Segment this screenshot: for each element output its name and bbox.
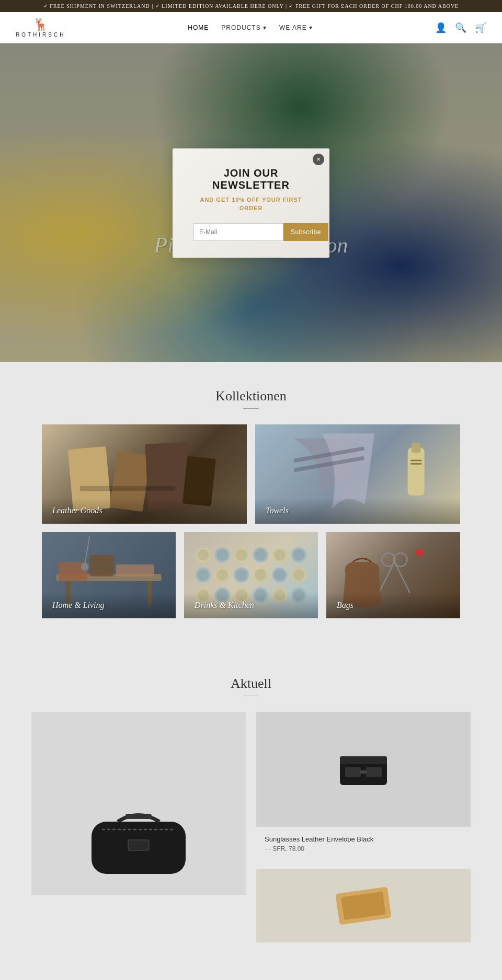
svg-rect-67 [366, 767, 382, 777]
newsletter-form: Subscribe [193, 223, 309, 241]
collections-section: Kollektionen Leather Goods [0, 362, 502, 650]
newsletter-overlay: × JOIN OUR NEWSLETTER AND GET 10% OFF YO… [0, 43, 502, 362]
collections-title: Kollektionen [42, 388, 460, 404]
towels-label: Towels [255, 498, 460, 524]
aktuell-grid: Sunglasses Leather Envelope Black — SFR.… [31, 712, 471, 942]
svg-point-26 [255, 549, 266, 561]
svg-rect-9 [410, 460, 421, 462]
svg-rect-16 [116, 564, 154, 577]
svg-point-28 [274, 549, 286, 561]
nav-home[interactable]: HOME [188, 24, 209, 31]
aktuell-wood-product[interactable] [256, 869, 471, 942]
top-banner: ✓ FREE SHIPMENT IN SWITZERLAND | ✓ LIMIT… [0, 0, 502, 12]
svg-rect-7 [408, 448, 425, 495]
chevron-down-icon: ▾ [309, 24, 313, 31]
svg-point-42 [293, 569, 304, 581]
svg-line-57 [395, 562, 410, 593]
home-living-label: Home & Living [42, 592, 176, 618]
collections-bottom-row: Home & Living [42, 532, 460, 618]
svg-rect-4 [80, 486, 175, 491]
svg-point-20 [198, 549, 209, 561]
svg-point-30 [293, 549, 304, 561]
search-icon[interactable]: 🔍 [455, 22, 466, 33]
newsletter-title: JOIN OUR NEWSLETTER [193, 167, 309, 191]
aktuell-section: Aktuell [0, 650, 502, 974]
sunglasses-info: Sunglasses Leather Envelope Black — SFR.… [256, 827, 471, 861]
sunglasses-name: Sunglasses Leather Envelope Black [265, 835, 462, 843]
email-input[interactable] [193, 223, 283, 241]
svg-rect-68 [360, 770, 367, 774]
nav-we-are[interactable]: WE ARE ▾ [279, 24, 313, 31]
logo[interactable]: 🦌 ROTHIRSCH [16, 17, 65, 38]
svg-rect-66 [345, 767, 361, 777]
header: 🦌 ROTHIRSCH HOME PRODUCTS ▾ WE ARE ▾ 👤 🔍… [0, 12, 502, 43]
large-bag-svg [81, 801, 196, 879]
leather-goods-label: Leather Goods [42, 498, 247, 524]
svg-point-40 [274, 569, 286, 581]
nav-we-are-label: WE ARE [279, 24, 307, 31]
collections-top-row: Leather Goods Towels [42, 424, 460, 524]
svg-rect-62 [126, 814, 152, 819]
user-icon[interactable]: 👤 [435, 22, 447, 33]
collection-home-living[interactable]: Home & Living [42, 532, 176, 618]
newsletter-subtitle: AND GET 10% OFF YOUR FIRST ORDER [193, 195, 309, 213]
collection-towels[interactable]: Towels [255, 424, 460, 524]
sunglasses-price: — SFR. 78.00 [265, 845, 462, 852]
hero-section: Pin... Collection ...ion × JOIN OUR NEWS… [0, 43, 502, 362]
svg-point-59 [416, 549, 424, 557]
drinks-kitchen-label: Drinks & Kitchen [184, 592, 318, 618]
svg-rect-65 [340, 756, 387, 764]
aktuell-divider [243, 696, 259, 696]
nav-products[interactable]: PRODUCTS ▾ [221, 24, 267, 31]
title-divider [243, 408, 259, 409]
svg-point-36 [236, 569, 247, 581]
svg-rect-10 [410, 463, 421, 465]
aktuell-title: Aktuell [31, 676, 471, 691]
logo-text: ROTHIRSCH [16, 32, 65, 38]
sunglasses-image-area [256, 712, 471, 827]
svg-rect-15 [89, 555, 113, 577]
aktuell-right-col: Sunglasses Leather Envelope Black — SFR.… [256, 712, 471, 942]
aktuell-bag-large[interactable] [31, 712, 246, 895]
collection-leather-goods[interactable]: Leather Goods [42, 424, 247, 524]
logo-deer-icon: 🦌 [33, 17, 49, 32]
svg-rect-8 [412, 443, 420, 453]
svg-line-17 [85, 536, 89, 564]
aktuell-sunglasses[interactable]: Sunglasses Leather Envelope Black — SFR.… [256, 712, 471, 861]
svg-point-18 [81, 563, 89, 571]
close-button[interactable]: × [313, 154, 324, 165]
svg-point-22 [216, 549, 228, 561]
bags-label: Bags [326, 592, 460, 618]
subscribe-button[interactable]: Subscribe [283, 223, 328, 241]
svg-point-24 [236, 549, 247, 561]
cart-icon[interactable]: 🛒 [475, 22, 486, 33]
main-nav: HOME PRODUCTS ▾ WE ARE ▾ [188, 24, 313, 31]
svg-rect-63 [128, 840, 149, 850]
svg-line-58 [379, 562, 394, 593]
sunglasses-envelope-svg [337, 751, 390, 788]
svg-point-34 [216, 569, 228, 581]
svg-point-38 [255, 569, 266, 581]
collection-bags[interactable]: Bags [326, 532, 460, 618]
collection-drinks-kitchen[interactable]: Drinks & Kitchen [184, 532, 318, 618]
chevron-down-icon: ▾ [263, 24, 267, 31]
svg-point-32 [198, 569, 209, 581]
wood-product-svg [332, 885, 395, 927]
banner-text: ✓ FREE SHIPMENT IN SWITZERLAND | ✓ LIMIT… [43, 3, 459, 9]
newsletter-popup: × JOIN OUR NEWSLETTER AND GET 10% OFF YO… [173, 148, 329, 258]
header-actions: 👤 🔍 🛒 [435, 22, 486, 33]
nav-products-label: PRODUCTS [221, 24, 260, 31]
